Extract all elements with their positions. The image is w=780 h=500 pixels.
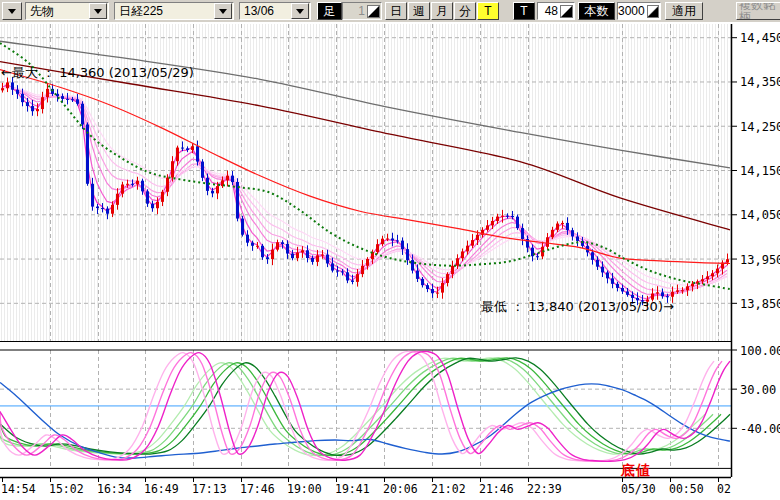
- tick-toggle-button[interactable]: T: [477, 2, 499, 20]
- svg-text:17:13: 17:13: [192, 482, 227, 496]
- bar-interval-spinner[interactable]: 1: [342, 2, 382, 20]
- svg-text:00:50: 00:50: [669, 482, 704, 496]
- category-value: 先物: [26, 3, 88, 20]
- svg-text:13,850: 13,850: [740, 297, 780, 311]
- svg-text:21:02: 21:02: [431, 482, 466, 496]
- spinner-icon[interactable]: [647, 5, 659, 18]
- interval-month-button[interactable]: 月: [431, 2, 453, 20]
- dropdown-arrow-icon: [8, 9, 16, 14]
- symbol-combo[interactable]: 日経225: [114, 2, 234, 20]
- dropdown-arrow-icon: [94, 9, 102, 14]
- apply-button[interactable]: 適用: [665, 2, 703, 20]
- svg-text:14,250: 14,250: [740, 120, 780, 134]
- category-combo[interactable]: 先物: [25, 2, 109, 20]
- max-price-annotation: ←最大 ： 14,360 (2013/05/29): [1, 64, 194, 82]
- svg-text:05/30: 05/30: [621, 482, 656, 496]
- dropdown-arrow-icon: [219, 9, 227, 14]
- svg-text:16:49: 16:49: [144, 482, 179, 496]
- svg-text:22:39: 22:39: [527, 482, 562, 496]
- svg-text:21:46: 21:46: [479, 482, 514, 496]
- svg-text:17:46: 17:46: [240, 482, 275, 496]
- bar-count-button[interactable]: 本数: [578, 2, 615, 20]
- contract-month-combo[interactable]: 13/06: [239, 2, 311, 20]
- svg-text:14:54: 14:54: [1, 482, 36, 496]
- svg-text:-40.00: -40.00: [740, 422, 780, 436]
- spinner-icon[interactable]: [560, 5, 573, 18]
- tick-count-spinner[interactable]: 48: [537, 2, 575, 20]
- symbol-value: 日経225: [115, 3, 213, 20]
- spinner-icon[interactable]: [367, 5, 380, 18]
- svg-text:16:34: 16:34: [97, 482, 132, 496]
- svg-text:30.00: 30.00: [740, 383, 776, 397]
- svg-text:19:41: 19:41: [335, 482, 370, 496]
- bar-type-button[interactable]: 足: [317, 2, 342, 20]
- svg-text:13,950: 13,950: [740, 253, 780, 267]
- svg-text:14,050: 14,050: [740, 208, 780, 222]
- interval-day-button[interactable]: 日: [385, 2, 407, 20]
- min-price-annotation: 最低 ： 13,840 (2013/05/30)→: [481, 298, 674, 316]
- svg-text:20:06: 20:06: [383, 482, 418, 496]
- tick-button[interactable]: T: [513, 2, 535, 20]
- list-dropdown-button[interactable]: [2, 2, 22, 20]
- multi-symbol-button[interactable]: 複数銘柄: [736, 2, 780, 20]
- combo-dropdown-button[interactable]: [214, 3, 232, 19]
- interval-minute-button[interactable]: 分: [454, 2, 476, 20]
- svg-text:19:00: 19:00: [287, 482, 322, 496]
- svg-text:02: 02: [717, 482, 731, 496]
- chart-application-window: 14,45014,35014,25014,15014,05013,95013,8…: [0, 0, 780, 500]
- svg-text:14,150: 14,150: [740, 164, 780, 178]
- bar-count-value: 3000: [618, 4, 647, 18]
- combo-dropdown-button[interactable]: [89, 3, 107, 19]
- bottom-value-label: 底値: [621, 462, 651, 480]
- svg-text:15:02: 15:02: [49, 482, 84, 496]
- tick-count-value: 48: [538, 4, 560, 18]
- toolbar: 先物 日経225 13/06 足 1 日 週 月 分 T T 48 本数 300…: [0, 0, 780, 22]
- contract-month-value: 13/06: [240, 4, 290, 18]
- bar-count-spinner[interactable]: 3000: [617, 2, 661, 20]
- interval-week-button[interactable]: 週: [408, 2, 430, 20]
- dropdown-arrow-icon: [296, 9, 304, 14]
- svg-text:14,350: 14,350: [740, 75, 780, 89]
- svg-text:14,450: 14,450: [740, 31, 780, 45]
- svg-text:100.00: 100.00: [740, 344, 780, 358]
- combo-dropdown-button[interactable]: [291, 3, 309, 19]
- bar-interval-value: 1: [343, 4, 367, 18]
